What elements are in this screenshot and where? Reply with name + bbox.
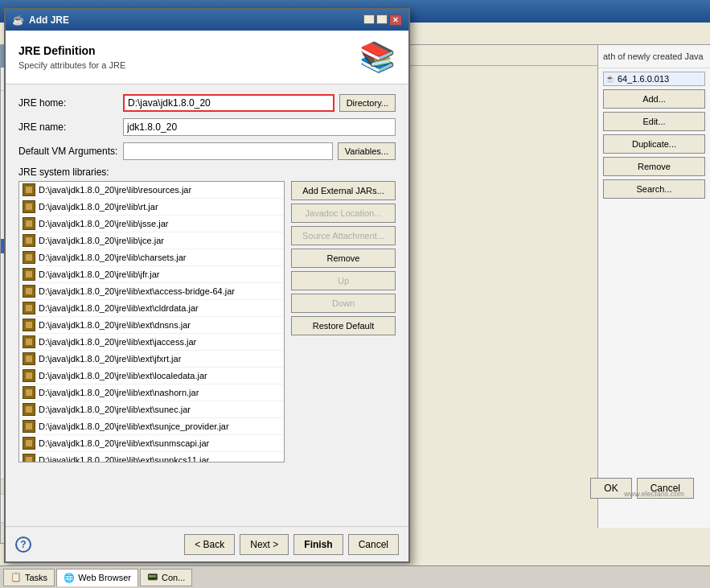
- dialog-icon: ☕: [12, 14, 24, 26]
- libs-container: D:\java\jdk1.8.0_20\jre\lib\resources.ja…: [18, 181, 396, 463]
- lib-text-6: D:\java\jdk1.8.0_20\jre\lib\ext\access-b…: [39, 286, 235, 296]
- jre-home-input[interactable]: [123, 94, 334, 112]
- taskbar-web-browser-tab[interactable]: 🌐 Web Browser: [56, 569, 138, 586]
- dialog-minimize-btn[interactable]: _: [363, 14, 375, 24]
- lib-item-7[interactable]: D:\java\jdk1.8.0_20\jre\lib\ext\cldrdata…: [19, 300, 284, 317]
- dialog-close-btn[interactable]: ✕: [389, 14, 402, 26]
- lib-text-16: D:\java\jdk1.8.0_20\jre\lib\ext\sunpkcs1…: [39, 455, 209, 463]
- dialog-body: JRE home: Directory... JRE name: Default…: [6, 84, 408, 472]
- lib-icon-15: [23, 437, 35, 450]
- ide-background: ✦ MyEclipse ◄ ► ■ 🔄 🏠 ▶ 🐞 📁 💾 ✂ 📋 🔍 ⚙ Pr…: [0, 0, 710, 588]
- javadoc-location-button[interactable]: Javadoc Location...: [291, 204, 396, 223]
- lib-item-6[interactable]: D:\java\jdk1.8.0_20\jre\lib\ext\access-b…: [19, 283, 284, 300]
- lib-item-4[interactable]: D:\java\jdk1.8.0_20\jre\lib\charsets.jar: [19, 249, 284, 266]
- dialog-titlebar: ☕ Add JRE _ □ ✕: [6, 10, 408, 31]
- jre-entry-text: 64_1.6.0.013: [618, 74, 669, 84]
- web-browser-icon: 🌐: [64, 573, 75, 583]
- bg-remove-button[interactable]: Remove: [603, 157, 705, 176]
- finish-button[interactable]: Finish: [293, 534, 343, 555]
- dialog-help-icon[interactable]: ?: [15, 537, 31, 553]
- lib-item-8[interactable]: D:\java\jdk1.8.0_20\jre\lib\ext\dnsns.ja…: [19, 317, 284, 334]
- dialog-title: Add JRE: [29, 14, 69, 26]
- lib-text-2: D:\java\jdk1.8.0_20\jre\lib\jsse.jar: [39, 219, 168, 228]
- vm-args-label: Default VM Arguments:: [18, 146, 123, 157]
- web-browser-label: Web Browser: [78, 573, 131, 582]
- jre-name-label: JRE name:: [18, 121, 123, 133]
- bg-search-button[interactable]: Search...: [603, 179, 705, 199]
- right-panel: ath of newly created Java ☕ 64_1.6.0.013…: [597, 45, 710, 528]
- lib-item-11[interactable]: D:\java\jdk1.8.0_20\jre\lib\ext\localeda…: [19, 368, 284, 384]
- lib-icon-9: [23, 335, 35, 348]
- lib-text-13: D:\java\jdk1.8.0_20\jre\lib\ext\sunec.ja…: [39, 405, 191, 414]
- lib-icon-7: [23, 302, 35, 315]
- lib-item-14[interactable]: D:\java\jdk1.8.0_20\jre\lib\ext\sunjce_p…: [19, 418, 284, 435]
- lib-item-3[interactable]: D:\java\jdk1.8.0_20\jre\lib\jce.jar: [19, 232, 284, 249]
- next-button[interactable]: Next >: [240, 534, 289, 555]
- footer-left: ?: [15, 537, 31, 553]
- right-panel-text: ath of newly created Java: [598, 45, 710, 68]
- bg-duplicate-button[interactable]: Duplicate...: [603, 134, 705, 154]
- tasks-icon: 📋: [10, 572, 22, 582]
- dialog-header-subtitle: Specify attributes for a JRE: [18, 60, 125, 70]
- lib-item-2[interactable]: D:\java\jdk1.8.0_20\jre\lib\jsse.jar: [19, 216, 284, 232]
- vm-args-row: Default VM Arguments: Variables...: [18, 142, 396, 160]
- lib-item-9[interactable]: D:\java\jdk1.8.0_20\jre\lib\ext\jaccess.…: [19, 334, 284, 351]
- lib-item-15[interactable]: D:\java\jdk1.8.0_20\jre\lib\ext\sunmscap…: [19, 435, 284, 452]
- libraries-list[interactable]: D:\java\jdk1.8.0_20\jre\lib\resources.ja…: [18, 181, 285, 463]
- lib-text-4: D:\java\jdk1.8.0_20\jre\lib\charsets.jar: [39, 253, 186, 262]
- lib-icon-2: [23, 217, 35, 230]
- taskbar: 📋 Tasks 🌐 Web Browser 📟 Con...: [0, 565, 710, 588]
- bg-edit-button[interactable]: Edit...: [603, 112, 705, 131]
- libs-actions: Add External JARs... Javadoc Location...…: [291, 181, 396, 463]
- lib-icon-11: [23, 369, 35, 382]
- lib-text-14: D:\java\jdk1.8.0_20\jre\lib\ext\sunjce_p…: [39, 421, 229, 431]
- jre-name-input[interactable]: [123, 118, 396, 136]
- source-attachment-button[interactable]: Source Attachment...: [291, 226, 396, 245]
- lib-item-13[interactable]: D:\java\jdk1.8.0_20\jre\lib\ext\sunec.ja…: [19, 401, 284, 418]
- vm-args-input[interactable]: [123, 142, 333, 160]
- lib-text-3: D:\java\jdk1.8.0_20\jre\lib\jce.jar: [39, 236, 164, 245]
- jre-name-row: JRE name:: [18, 118, 396, 136]
- down-button[interactable]: Down: [291, 294, 396, 313]
- lib-text-7: D:\java\jdk1.8.0_20\jre\lib\ext\cldrdata…: [39, 303, 199, 313]
- lib-icon-13: [23, 403, 35, 416]
- footer-right: < Back Next > Finish Cancel: [184, 534, 399, 555]
- path-text: ath of newly created Java: [603, 51, 704, 61]
- lib-text-1: D:\java\jdk1.8.0_20\jre\lib\rt.jar: [39, 202, 158, 212]
- lib-text-0: D:\java\jdk1.8.0_20\jre\lib\resources.ja…: [39, 185, 191, 195]
- lib-item-0[interactable]: D:\java\jdk1.8.0_20\jre\lib\resources.ja…: [19, 182, 284, 199]
- jre-home-row: JRE home: Directory...: [18, 94, 396, 112]
- taskbar-console-tab[interactable]: 📟 Con...: [140, 569, 192, 586]
- lib-icon-14: [23, 420, 35, 433]
- lib-text-5: D:\java\jdk1.8.0_20\jre\lib\jfr.jar: [39, 269, 159, 279]
- lib-item-1[interactable]: D:\java\jdk1.8.0_20\jre\lib\rt.jar: [19, 199, 284, 216]
- lib-item-5[interactable]: D:\java\jdk1.8.0_20\jre\lib\jfr.jar: [19, 266, 284, 283]
- dialog-footer: ? < Back Next > Finish Cancel: [6, 526, 408, 561]
- lib-text-8: D:\java\jdk1.8.0_20\jre\lib\ext\dnsns.ja…: [39, 320, 191, 330]
- restore-default-button[interactable]: Restore Default: [291, 316, 396, 335]
- directory-button[interactable]: Directory...: [339, 94, 396, 112]
- variables-button[interactable]: Variables...: [338, 142, 396, 160]
- add-external-jars-button[interactable]: Add External JARs...: [291, 181, 396, 200]
- lib-item-10[interactable]: D:\java\jdk1.8.0_20\jre\lib\ext\jfxrt.ja…: [19, 351, 284, 368]
- up-button[interactable]: Up: [291, 271, 396, 290]
- dialog-maximize-btn[interactable]: □: [376, 14, 388, 24]
- lib-text-15: D:\java\jdk1.8.0_20\jre\lib\ext\sunmscap…: [39, 438, 209, 448]
- system-libs-label: JRE system libraries:: [18, 167, 396, 178]
- remove-lib-button[interactable]: Remove: [291, 249, 396, 268]
- lib-item-12[interactable]: D:\java\jdk1.8.0_20\jre\lib\ext\nashorn.…: [19, 384, 284, 401]
- add-jre-dialog: ☕ Add JRE _ □ ✕ JRE Definition Specify a…: [4, 8, 410, 563]
- taskbar-tasks-tab[interactable]: 📋 Tasks: [3, 569, 55, 586]
- lib-item-16[interactable]: D:\java\jdk1.8.0_20\jre\lib\ext\sunpkcs1…: [19, 452, 284, 463]
- lib-text-12: D:\java\jdk1.8.0_20\jre\lib\ext\nashorn.…: [39, 388, 199, 397]
- lib-icon-4: [23, 251, 35, 264]
- jre-entry-icon: ☕: [605, 75, 614, 83]
- bg-add-button[interactable]: Add...: [603, 89, 705, 109]
- dialog-header-icon: 📚: [359, 40, 396, 74]
- dialog-header-title: JRE Definition: [18, 44, 125, 57]
- back-button[interactable]: < Back: [184, 534, 235, 555]
- lib-text-11: D:\java\jdk1.8.0_20\jre\lib\ext\localeda…: [39, 371, 207, 380]
- lib-icon-5: [23, 268, 35, 281]
- lib-icon-12: [23, 386, 35, 399]
- cancel-footer-button[interactable]: Cancel: [348, 534, 399, 555]
